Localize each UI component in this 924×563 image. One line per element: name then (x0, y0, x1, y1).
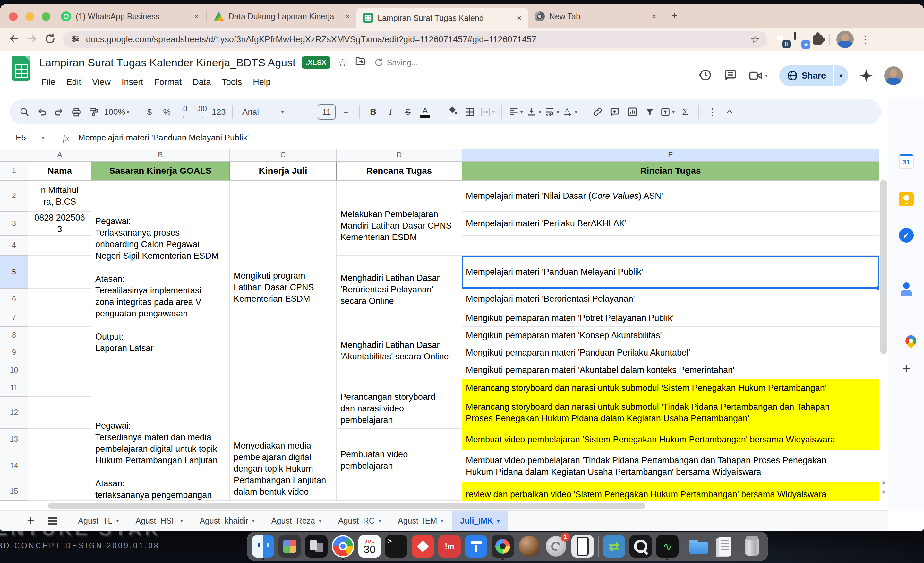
cell-E12[interactable]: Merancang storyboard dan narasi untuk su… (462, 397, 879, 429)
decrease-decimal-button[interactable]: .0← (177, 103, 191, 121)
format-percent-button[interactable]: % (160, 103, 174, 121)
number-format-button[interactable]: 123 (212, 103, 226, 121)
cell-D11:D12[interactable]: Perancangan storyboard dan narasi video … (336, 379, 462, 429)
insert-comment-icon[interactable] (608, 103, 622, 121)
cell-A5[interactable] (28, 256, 92, 289)
extension-icon-1[interactable]: 8 (774, 33, 788, 46)
gemini-sparkle-icon[interactable] (860, 69, 873, 82)
browser-tab-4[interactable]: New Tab× (528, 4, 663, 28)
column-header-E[interactable]: E (462, 149, 879, 162)
row-header-10[interactable]: 10 (0, 361, 28, 379)
browser-tab-3[interactable]: Lampiran Surat Tugas Kalend× (357, 8, 528, 28)
zoom-select[interactable]: 100%▾ (104, 103, 129, 121)
row-header-4[interactable]: 4 (0, 236, 28, 256)
add-addon-icon[interactable]: + (899, 361, 914, 376)
document-title[interactable]: Lampiran Surat Tugas Kalender Kinerja_BD… (39, 57, 296, 69)
share-dropdown[interactable]: ▾ (833, 65, 848, 86)
sheet-tab-menu-icon[interactable]: ▾ (319, 518, 321, 524)
increase-decimal-button[interactable]: .00→ (194, 103, 208, 121)
strikethrough-button[interactable]: S (401, 103, 415, 121)
cell-C1[interactable]: Kinerja Juli (230, 162, 336, 180)
comments-icon[interactable] (724, 68, 737, 83)
cell-B1[interactable]: Sasaran Kinerja GOALS (92, 162, 230, 180)
sheet-tab-menu-icon[interactable]: ▾ (116, 518, 119, 524)
scroll-down-icon[interactable]: ▼ (881, 489, 886, 496)
sheet-tab-Agust_khaidir[interactable]: Agust_khaidir▾ (191, 511, 263, 531)
back-icon[interactable] (5, 33, 23, 46)
row-header-7[interactable]: 7 (0, 309, 28, 327)
site-settings-icon[interactable] (70, 34, 80, 45)
cell-E8[interactable]: Mengikuti pemaparan materi 'Konsep Akunt… (462, 327, 879, 344)
cell-E2[interactable]: Mempelajari materi 'Nilai Dasar (Core Va… (462, 180, 879, 212)
sheet-tab-menu-icon[interactable]: ▾ (379, 518, 381, 524)
tab-close-icon[interactable]: × (646, 12, 656, 21)
vertical-scrollbar[interactable]: ▲ ▼ (880, 149, 887, 501)
cell-A8[interactable] (28, 327, 92, 344)
tab-close-icon[interactable]: × (512, 13, 522, 23)
row-header-15[interactable]: 15 (0, 482, 28, 501)
name-box[interactable]: E5 (0, 133, 42, 143)
browser-tab-2[interactable]: Data Dukung Laporan Kinerja× (207, 4, 357, 28)
sheet-tab-menu-icon[interactable]: ▾ (441, 518, 443, 524)
vertical-scrollbar-thumb[interactable] (880, 180, 887, 354)
row-header-12[interactable]: 12 (0, 397, 28, 429)
new-tab-icon[interactable]: + (671, 9, 678, 24)
cell-A15[interactable] (28, 482, 92, 501)
menu-edit[interactable]: Edit (61, 75, 87, 90)
tab-close-icon[interactable]: × (340, 12, 350, 21)
forward-icon[interactable] (23, 33, 41, 46)
cell-A10[interactable] (28, 361, 92, 379)
cell-A4[interactable] (28, 236, 92, 256)
cell-A9[interactable] (28, 344, 92, 361)
spreadsheet-grid[interactable]: ABCDE123456789101112131415NamaSasaran Ki… (0, 149, 879, 501)
column-header-B[interactable]: B (92, 149, 230, 162)
dock-activity-monitor-icon[interactable]: ∿ (656, 535, 679, 557)
bookmark-star-icon[interactable]: ☆ (750, 33, 760, 45)
cell-D5:D6[interactable]: Menghadiri Latihan Dasar 'Berorientasi P… (336, 256, 462, 309)
undo-icon[interactable] (34, 103, 49, 121)
dock-sync-tool-icon[interactable] (603, 535, 625, 557)
dock-terminal-icon[interactable]: >_ (385, 535, 408, 557)
cell-A14[interactable] (28, 451, 92, 482)
cell-A6[interactable] (28, 289, 92, 309)
version-history-icon[interactable] (699, 68, 712, 83)
menu-help[interactable]: Help (248, 75, 276, 90)
menu-data[interactable]: Data (187, 75, 216, 90)
sheet-tab-menu-icon[interactable]: ▾ (252, 518, 255, 524)
account-avatar[interactable] (884, 66, 903, 85)
share-button[interactable]: Share ▾ (779, 65, 848, 86)
cell-A1[interactable]: Nama (28, 162, 92, 180)
row-header-13[interactable]: 13 (0, 429, 28, 451)
menu-tools[interactable]: Tools (216, 75, 248, 90)
row-header-8[interactable]: 8 (0, 327, 28, 344)
dock-iphone-mirroring-icon[interactable] (572, 535, 594, 557)
format-currency-button[interactable]: $ (142, 103, 157, 121)
dock-app-store-icon[interactable]: 1 (545, 535, 567, 557)
formula-input[interactable]: Mempelajari materi 'Panduan Melayani Pub… (78, 133, 249, 143)
address-bar[interactable]: docs.google.com/spreadsheets/d/1ysof3nAf… (63, 31, 767, 48)
column-header-C[interactable]: C (230, 149, 336, 162)
italic-button[interactable]: I (383, 103, 398, 121)
row-header-14[interactable]: 14 (0, 451, 28, 482)
cell-E13[interactable]: Membuat video pembelajaran 'Sistem Peneg… (462, 429, 879, 451)
minimize-window-button[interactable] (26, 12, 34, 21)
grid-corner-box[interactable] (0, 149, 28, 162)
cell-E9[interactable]: Mengikuti pemaparan materi 'Panduan Peri… (462, 344, 879, 361)
row-header-2[interactable]: 2 (0, 180, 28, 212)
google-calendar-icon[interactable]: 31 (899, 154, 914, 169)
dock-planet-app-icon[interactable] (518, 535, 541, 557)
cell-E7[interactable]: Mengikuti pemaparan materi 'Potret Pelay… (462, 309, 879, 327)
cell-A3[interactable]: 0828 2025063 (28, 212, 92, 236)
cell-C11:C15[interactable]: Menyediakan media pembelajaran digital d… (230, 379, 336, 501)
fill-handle[interactable] (877, 286, 879, 290)
create-filter-icon[interactable] (643, 103, 657, 121)
text-color-button[interactable]: A (418, 103, 432, 121)
name-box-caret[interactable]: ▾ (42, 134, 45, 141)
dock-app-windows-icon[interactable] (305, 535, 328, 557)
cell-E11[interactable]: Merancang storyboard dan narasi untuk su… (462, 379, 879, 397)
text-rotation-button[interactable]: A▾ (562, 103, 578, 121)
cell-E6[interactable]: Mempelajari materi 'Berorientasi Pelayan… (462, 289, 879, 309)
add-sheet-icon[interactable]: + (27, 514, 34, 528)
cell-E3[interactable]: Mempelajari materi 'Perilaku BerAKHLAK' (462, 212, 879, 236)
menu-insert[interactable]: Insert (116, 75, 149, 90)
